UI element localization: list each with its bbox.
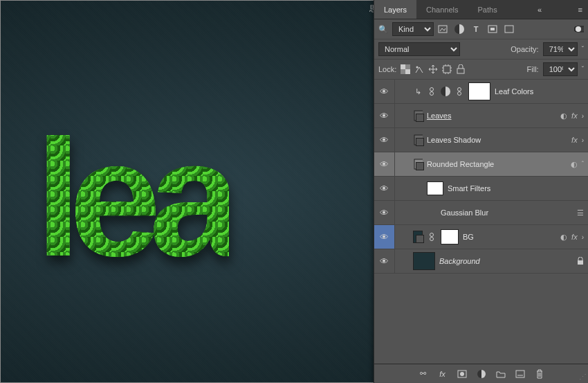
link-icon <box>427 87 437 96</box>
layer-smart-filters[interactable]: 👁 Smart Filters <box>374 177 588 201</box>
filter-applied-icon[interactable]: ◐ <box>560 112 567 121</box>
chevron-right-icon[interactable]: › <box>582 136 584 144</box>
svg-point-13 <box>430 88 434 91</box>
visibility-toggle[interactable]: 👁 <box>374 152 395 176</box>
fill-input[interactable]: 100% <box>543 62 578 76</box>
lock-transparency-icon[interactable] <box>401 64 410 74</box>
eye-icon: 👁 <box>380 208 389 218</box>
lock-artboard-icon[interactable] <box>442 64 452 74</box>
lock-icons <box>401 64 466 74</box>
svg-point-21 <box>430 238 434 241</box>
leaf-text-art: lea <box>35 115 229 281</box>
layer-style-icon[interactable]: fx <box>438 369 448 379</box>
eye-icon: 👁 <box>380 232 389 242</box>
layer-rounded-rectangle[interactable]: 👁 Rounded Rectangle ◐ ˆ <box>374 152 588 177</box>
opacity-label: Opacity: <box>511 45 538 53</box>
filter-options-icon[interactable]: ☰ <box>577 208 584 217</box>
layer-name[interactable]: Leaf Colors <box>495 87 533 96</box>
layer-bg[interactable]: 👁 BG ◐ fx › <box>374 225 588 249</box>
layer-name[interactable]: Background <box>439 257 480 265</box>
new-layer-icon[interactable] <box>515 369 525 379</box>
chevron-right-icon[interactable]: › <box>582 233 584 241</box>
layer-leaves-shadow[interactable]: 👁 Leaves Shadow fx › <box>374 128 588 152</box>
svg-rect-18 <box>414 135 423 145</box>
chevron-up-icon[interactable]: ˆ <box>582 161 584 168</box>
svg-rect-17 <box>414 111 423 121</box>
delete-layer-icon[interactable] <box>535 369 544 379</box>
layer-thumb[interactable] <box>413 252 435 270</box>
visibility-toggle[interactable]: 👁 <box>374 201 395 224</box>
visibility-toggle[interactable]: 👁 <box>374 104 395 127</box>
filter-toggle-switch[interactable] <box>574 24 584 34</box>
chevron-right-icon[interactable]: › <box>582 112 584 120</box>
filter-row: 🔍 Kind T <box>374 19 588 39</box>
svg-point-24 <box>460 372 464 376</box>
lock-icon <box>577 257 584 265</box>
filter-kind-select[interactable]: Kind <box>392 22 434 36</box>
layer-mask-thumb[interactable] <box>468 82 490 100</box>
visibility-toggle[interactable]: 👁 <box>374 80 395 103</box>
blend-mode-select[interactable]: Normal <box>378 42 460 56</box>
opacity-scrubber-icon[interactable]: ˇ <box>582 46 584 53</box>
adjustment-layer-icon[interactable] <box>477 369 486 379</box>
filter-applied-icon[interactable]: ◐ <box>571 160 578 169</box>
layer-name[interactable]: Gaussian Blur <box>441 208 488 217</box>
layer-mask-icon[interactable] <box>457 369 467 379</box>
filter-pixel-icon[interactable] <box>438 24 448 34</box>
layer-name[interactable]: Rounded Rectangle <box>427 160 494 168</box>
lock-row: Lock: Fill: 100% ˇ <box>374 60 588 80</box>
svg-point-16 <box>458 92 461 96</box>
lock-all-icon[interactable] <box>456 64 466 74</box>
fx-badge[interactable]: fx <box>571 233 578 241</box>
svg-point-14 <box>430 92 434 96</box>
tab-channels[interactable]: Channels <box>416 0 468 19</box>
svg-point-15 <box>458 88 461 91</box>
svg-rect-6 <box>401 64 405 69</box>
filter-adjustment-icon[interactable] <box>454 24 464 34</box>
eye-icon: 👁 <box>380 256 389 267</box>
visibility-toggle[interactable]: 👁 <box>374 177 395 200</box>
eye-icon: 👁 <box>380 135 389 145</box>
layer-name[interactable]: Leaves <box>427 112 451 120</box>
blend-row: Normal Opacity: 71% ˇ <box>374 39 588 60</box>
svg-point-20 <box>430 233 434 237</box>
panel-menu-icon[interactable]: ≡ <box>573 6 588 14</box>
layer-background[interactable]: 👁 Background <box>374 249 588 274</box>
svg-rect-2 <box>490 28 495 30</box>
filter-smart-icon[interactable] <box>504 24 514 34</box>
lock-image-icon[interactable] <box>414 64 424 74</box>
opacity-input[interactable]: 71% <box>543 42 578 56</box>
visibility-toggle[interactable]: 👁 <box>374 128 395 152</box>
filter-mask-thumb[interactable] <box>427 181 443 195</box>
svg-point-10 <box>416 66 419 69</box>
fx-badge[interactable]: fx <box>571 112 578 120</box>
layer-list: 👁 ↳ Leaf Colors 👁 Leaves ◐ fx › <box>374 80 588 274</box>
filter-type-icons: T <box>438 24 514 34</box>
lock-label: Lock: <box>378 65 396 73</box>
svg-rect-8 <box>405 64 410 69</box>
layer-mask-thumb[interactable] <box>441 229 459 244</box>
layer-name[interactable]: BG <box>463 233 474 241</box>
eye-icon: 👁 <box>380 159 389 170</box>
layer-name[interactable]: Leaves Shadow <box>427 136 481 144</box>
lock-position-icon[interactable] <box>428 64 438 74</box>
resize-grip-icon[interactable]: ⋰ <box>579 373 587 382</box>
tab-paths[interactable]: Paths <box>468 0 507 19</box>
filter-type-icon[interactable]: T <box>471 24 481 34</box>
filter-applied-icon[interactable]: ◐ <box>560 233 567 242</box>
link-layers-icon[interactable]: ⚯ <box>419 369 428 379</box>
fill-scrubber-icon[interactable]: ˇ <box>582 66 584 73</box>
layer-gaussian-blur[interactable]: 👁 Gaussian Blur ☰ <box>374 201 588 225</box>
svg-rect-19 <box>414 159 423 169</box>
group-icon[interactable] <box>496 369 506 379</box>
fx-badge[interactable]: fx <box>571 136 578 144</box>
svg-rect-11 <box>443 66 450 73</box>
tab-layers[interactable]: Layers <box>374 0 416 19</box>
visibility-toggle[interactable]: 👁 <box>374 225 395 249</box>
visibility-toggle[interactable]: 👁 <box>374 249 395 273</box>
layer-leaves[interactable]: 👁 Leaves ◐ fx › <box>374 104 588 128</box>
panel-collapse-icon[interactable]: « <box>532 6 547 14</box>
layer-leaf-colors[interactable]: 👁 ↳ Leaf Colors <box>374 80 588 104</box>
filter-shape-icon[interactable] <box>488 24 497 34</box>
layer-name: Smart Filters <box>448 184 490 193</box>
